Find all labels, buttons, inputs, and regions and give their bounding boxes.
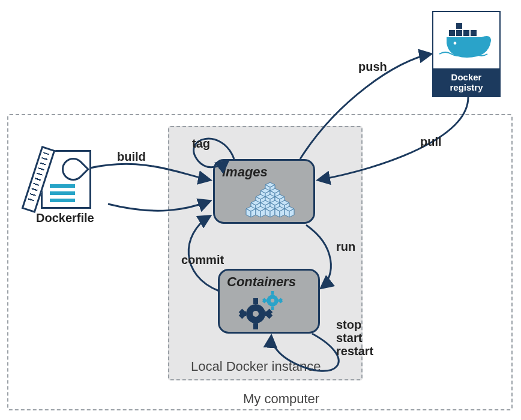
edge-push: push [358, 60, 387, 74]
edge-commit: commit [181, 253, 224, 267]
cubes-icon [215, 161, 317, 226]
svg-point-64 [253, 311, 259, 317]
edge-tag: tag [192, 137, 210, 151]
svg-rect-69 [471, 30, 477, 36]
gears-icon [220, 271, 322, 335]
edge-run: run [336, 240, 355, 254]
my-computer-label: My computer [243, 391, 319, 407]
docker-whale-icon [433, 12, 499, 68]
local-docker-label: Local Docker instance [191, 359, 321, 374]
svg-point-70 [454, 42, 457, 45]
svg-rect-46 [271, 291, 274, 295]
registry-label: Docker registry [433, 68, 499, 96]
edge-build: build [117, 150, 146, 164]
edge-stop: stop [336, 318, 361, 332]
svg-rect-56 [253, 298, 258, 304]
svg-rect-47 [271, 307, 274, 310]
svg-rect-66 [449, 30, 455, 36]
edge-start: start [336, 331, 362, 345]
edge-pull: pull [420, 135, 442, 149]
dockerfile-label: Dockerfile [36, 211, 94, 225]
svg-point-54 [271, 299, 274, 302]
containers-node: Containers [218, 269, 320, 334]
svg-rect-68 [463, 30, 469, 36]
images-node: Images [213, 159, 315, 224]
svg-rect-67 [456, 30, 462, 36]
svg-rect-65 [456, 23, 462, 29]
svg-rect-57 [253, 323, 258, 329]
edge-restart: restart [336, 344, 373, 358]
docker-registry-node: Docker registry [432, 11, 501, 97]
